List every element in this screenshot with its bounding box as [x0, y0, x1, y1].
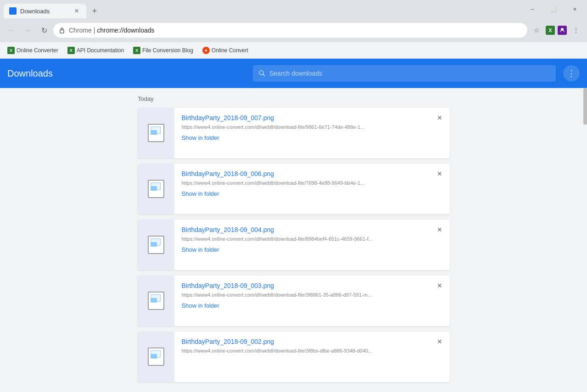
tab-title: Downloads	[20, 8, 69, 15]
minimize-button[interactable]: ─	[522, 0, 543, 18]
bookmark-favicon-api-documentation: X	[67, 47, 75, 54]
window-controls: ─ ⬜ ✕	[520, 0, 587, 18]
scrollbar-track	[583, 88, 587, 392]
back-button[interactable]: ←	[4, 23, 18, 38]
forward-icon: →	[24, 26, 31, 34]
bookmark-favicon-file-conversion-blog: X	[133, 47, 140, 54]
file-thumbnail-icon-002	[148, 348, 164, 366]
download-info-004: BirthdayParty_2018-09_004.png https://ww…	[174, 220, 450, 270]
download-url-007: https://www4.online-convert.com/dl/web8/…	[182, 124, 420, 130]
refresh-button[interactable]: ↻	[37, 23, 51, 38]
forward-button[interactable]: →	[20, 23, 35, 38]
downloads-page-title: Downloads	[7, 68, 53, 79]
remove-button-006[interactable]: ✕	[434, 168, 445, 179]
remove-button-007[interactable]: ✕	[434, 112, 445, 123]
chrome-menu-button[interactable]: ⋮	[569, 23, 583, 38]
download-info-006: BirthdayParty_2018-09_006.png https://ww…	[174, 164, 450, 214]
file-thumbnail-icon-007	[148, 124, 164, 142]
download-filename-006[interactable]: BirthdayParty_2018-09_006.png	[182, 170, 431, 177]
bookmark-api-documentation[interactable]: X API Documentation	[64, 45, 128, 56]
download-url-003: https://www4.online-convert.com/dl/web8/…	[182, 292, 420, 298]
search-box[interactable]	[253, 65, 556, 82]
extension-purple-icon[interactable]	[558, 26, 567, 35]
bookmark-label-api-documentation: API Documentation	[77, 47, 124, 54]
url-scheme-text: Chrome	[69, 27, 92, 34]
download-thumb-006	[138, 164, 174, 214]
url-host-text: chrome://downloads	[97, 27, 154, 34]
url-separator: |	[92, 27, 97, 34]
refresh-icon: ↻	[41, 26, 47, 35]
downloads-content: Today BirthdayParty_2018-09_007.png http…	[0, 88, 587, 392]
bookmark-online-convert[interactable]: ● Online Convert	[199, 45, 252, 56]
download-item-007: BirthdayParty_2018-09_007.png https://ww…	[138, 108, 450, 158]
file-thumbnail-icon-003	[148, 292, 164, 310]
new-tab-button[interactable]: +	[88, 5, 101, 17]
downloads-header: Downloads ⋮	[0, 59, 587, 88]
download-url-002: https://www4.online-convert.com/dl/web8/…	[182, 348, 420, 353]
show-in-folder-004[interactable]: Show in folder	[182, 246, 431, 253]
download-info-007: BirthdayParty_2018-09_007.png https://ww…	[174, 108, 450, 158]
download-item-006: BirthdayParty_2018-09_006.png https://ww…	[138, 164, 450, 214]
download-url-006: https://www4.online-convert.com/dl/web8/…	[182, 180, 420, 186]
bookmark-label-online-convert: Online Convert	[212, 47, 248, 54]
bookmark-label-file-conversion-blog: File Conversion Blog	[142, 47, 193, 54]
search-input[interactable]	[269, 70, 550, 77]
tab-favicon	[9, 7, 17, 15]
download-thumb-007	[138, 108, 174, 158]
download-filename-004[interactable]: BirthdayParty_2018-09_004.png	[182, 226, 431, 233]
remove-button-004[interactable]: ✕	[434, 224, 445, 235]
show-in-folder-007[interactable]: Show in folder	[182, 134, 431, 141]
bookmark-favicon-online-converter: X	[7, 47, 15, 54]
close-button[interactable]: ✕	[564, 0, 585, 18]
close-icon: ✕	[437, 338, 442, 345]
bookmark-favicon-online-convert: ●	[202, 47, 210, 54]
download-info-003: BirthdayParty_2018-09_003.png https://ww…	[174, 276, 450, 326]
download-url-004: https://www4.online-convert.com/dl/web8/…	[182, 236, 420, 242]
active-tab[interactable]: Downloads ✕	[4, 4, 86, 18]
back-icon: ←	[7, 26, 15, 34]
downloads-more-button[interactable]: ⋮	[563, 65, 580, 82]
title-bar: Downloads ✕ + ─ ⬜ ✕	[0, 0, 587, 18]
url-display: Chrome | chrome://downloads	[69, 27, 155, 34]
download-thumb-002	[138, 331, 174, 382]
download-thumb-003	[138, 276, 174, 326]
more-icon: ⋮	[573, 27, 579, 34]
omnibox[interactable]: Chrome | chrome://downloads	[53, 23, 527, 38]
extension-xls-icon[interactable]: X	[546, 26, 555, 35]
address-right-controls: ☆ X ⋮	[529, 23, 583, 38]
address-bar: ← → ↻ Chrome | chrome://downloads ☆	[0, 18, 587, 42]
remove-button-003[interactable]: ✕	[434, 280, 445, 291]
download-filename-003[interactable]: BirthdayParty_2018-09_003.png	[182, 282, 431, 289]
download-info-002: BirthdayParty_2018-09_002.png https://ww…	[174, 331, 450, 382]
tab-close-button[interactable]: ✕	[73, 7, 81, 15]
more-dots-icon: ⋮	[567, 68, 576, 78]
scrollbar-thumb[interactable]	[583, 88, 587, 125]
download-item-003: BirthdayParty_2018-09_003.png https://ww…	[138, 276, 450, 326]
download-filename-002[interactable]: BirthdayParty_2018-09_002.png	[182, 338, 431, 345]
close-icon: ✕	[437, 282, 442, 289]
remove-button-002[interactable]: ✕	[434, 336, 445, 347]
download-thumb-004	[138, 220, 174, 270]
show-in-folder-006[interactable]: Show in folder	[182, 190, 431, 197]
svg-rect-0	[60, 30, 64, 33]
bookmark-file-conversion-blog[interactable]: X File Conversion Blog	[129, 45, 197, 56]
maximize-button[interactable]: ⬜	[543, 0, 564, 18]
show-in-folder-003[interactable]: Show in folder	[182, 302, 431, 309]
close-icon: ✕	[437, 226, 442, 233]
bookmark-star-button[interactable]: ☆	[529, 23, 544, 38]
close-icon: ✕	[437, 114, 442, 121]
bookmarks-bar: X Online Converter X API Documentation X…	[0, 42, 587, 59]
file-thumbnail-icon-004	[148, 236, 164, 254]
download-filename-007[interactable]: BirthdayParty_2018-09_007.png	[182, 114, 431, 121]
section-today-label: Today	[0, 95, 587, 108]
lock-icon	[59, 27, 65, 33]
star-icon: ☆	[534, 27, 540, 34]
page-wrapper: Downloads ✕ + ─ ⬜ ✕ ← → ↻	[0, 0, 587, 392]
bookmark-online-converter[interactable]: X Online Converter	[4, 45, 62, 56]
tab-strip: Downloads ✕ +	[0, 0, 101, 18]
close-icon: ✕	[437, 170, 442, 177]
file-thumbnail-icon-006	[148, 180, 164, 198]
download-item-002: BirthdayParty_2018-09_002.png https://ww…	[138, 331, 450, 382]
search-icon	[258, 70, 266, 77]
bookmark-label-online-converter: Online Converter	[17, 47, 58, 54]
